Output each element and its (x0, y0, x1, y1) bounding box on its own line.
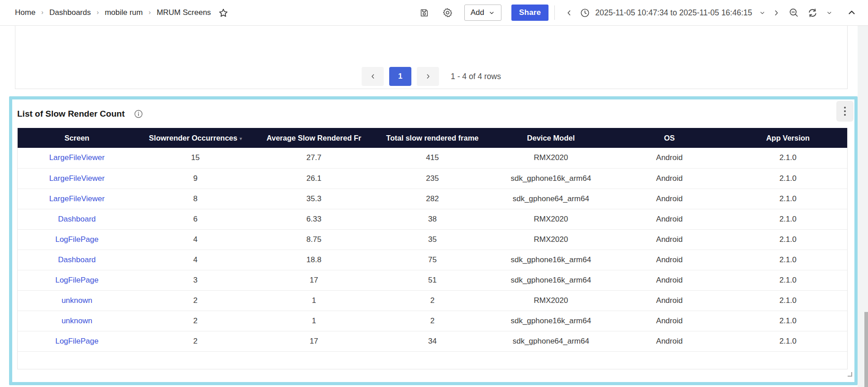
breadcrumb-item[interactable]: MRUM Screens (157, 8, 211, 17)
breadcrumb-separator: › (41, 9, 43, 16)
table-row: Dashboard418.875sdk_gphone16k_arm64Andro… (18, 250, 847, 270)
panel-info-button[interactable] (133, 108, 144, 120)
column-header[interactable]: OS (610, 128, 729, 148)
screen-link[interactable]: unknown (62, 316, 92, 325)
refresh-icon (807, 7, 818, 19)
breadcrumb-item[interactable]: Home (15, 8, 35, 17)
table-cell: 2.1.0 (729, 331, 847, 351)
pagination-next-button[interactable] (417, 67, 439, 86)
table-cell: 9 (136, 168, 255, 189)
screen-cell: LargeFileViewer (18, 148, 136, 168)
table-cell: 2 (136, 311, 255, 331)
screen-cell: unknown (18, 290, 136, 311)
table-cell: 2 (373, 311, 492, 331)
refresh-button[interactable] (806, 6, 820, 20)
screen-cell: LogFilePage (18, 270, 136, 290)
table-cell: 17 (255, 270, 373, 290)
table-row: LargeFileViewer926.1235sdk_gphone16k_arm… (18, 168, 847, 189)
table-cell: 18.8 (255, 250, 373, 270)
table-cell: Android (610, 189, 729, 209)
screen-link[interactable]: LogFilePage (55, 337, 98, 345)
chevron-left-icon (369, 73, 377, 80)
collapse-toolbar-button[interactable] (845, 6, 858, 19)
panel-header: List of Slow Render Count (12, 99, 854, 128)
table-cell: 2.1.0 (729, 148, 847, 168)
time-forward-button[interactable] (771, 7, 782, 19)
favorite-star-button[interactable] (217, 7, 229, 19)
add-button-label: Add (471, 8, 484, 17)
table-body: LargeFileViewer1527.7415RMX2020Android2.… (18, 148, 847, 351)
table-cell: 1 (255, 311, 373, 331)
slow-render-table-container: ScreenSlowrender Occurrences▾Average Slo… (17, 128, 848, 369)
table-cell: 6.33 (255, 209, 373, 229)
breadcrumb-item[interactable]: Dashboards (49, 8, 91, 17)
screen-link[interactable]: unknown (62, 296, 92, 305)
toolbar-actions: Add Share (418, 5, 549, 21)
slow-render-panel[interactable]: List of Slow Render Count ScreenSlowrend… (9, 96, 858, 385)
table-cell: 51 (373, 270, 492, 290)
column-header[interactable]: Slowrender Occurrences▾ (136, 128, 255, 148)
table-row: LogFilePage21734sdk_gphone64_arm64Androi… (18, 331, 847, 351)
pagination-page-button[interactable]: 1 (389, 67, 411, 86)
info-icon (134, 109, 143, 119)
breadcrumb-item[interactable]: mobile rum (105, 8, 143, 17)
screen-link[interactable]: LogFilePage (55, 235, 98, 244)
chevron-down-icon (488, 9, 495, 16)
add-button[interactable]: Add (464, 5, 501, 21)
collapse-up-icon (847, 8, 857, 18)
screen-link[interactable]: LogFilePage (55, 276, 98, 284)
screen-link[interactable]: LargeFileViewer (49, 174, 105, 183)
screen-cell: LargeFileViewer (18, 189, 136, 209)
time-range-picker[interactable]: 2025-11-05 10:47:34 to 2025-11-05 16:46:… (580, 7, 766, 19)
table-cell: Android (610, 229, 729, 250)
screen-cell: Dashboard (18, 209, 136, 229)
table-cell: 2.1.0 (729, 209, 847, 229)
table-cell: Android (610, 148, 729, 168)
screen-link[interactable]: Dashboard (58, 255, 95, 264)
screen-cell: unknown (18, 311, 136, 331)
settings-button[interactable] (441, 6, 454, 19)
screen-link[interactable]: Dashboard (58, 215, 95, 223)
column-header[interactable]: Average Slow Rendered Fr (255, 128, 373, 148)
slow-render-table: ScreenSlowrender Occurrences▾Average Slo… (18, 128, 847, 352)
gear-icon (442, 7, 453, 18)
table-cell: Android (610, 331, 729, 351)
table-cell: 2.1.0 (729, 250, 847, 270)
table-cell: Android (610, 168, 729, 189)
time-range-label: 2025-11-05 10:47:34 to 2025-11-05 16:46:… (595, 8, 752, 18)
table-cell: RMX2020 (491, 229, 610, 250)
column-header[interactable]: Screen (18, 128, 136, 148)
pagination: 1 1 - 4 of 4 rows (362, 67, 501, 86)
save-button[interactable] (418, 6, 431, 19)
column-header[interactable]: Device Model (491, 128, 610, 148)
chevron-right-icon (772, 9, 781, 17)
panel-resize-handle[interactable] (848, 372, 852, 377)
screen-link[interactable]: LargeFileViewer (49, 153, 105, 162)
column-header[interactable]: Total slow rendered frame (373, 128, 492, 148)
page-scrollbar-track[interactable] (858, 26, 868, 387)
table-cell: 2.1.0 (729, 229, 847, 250)
panel-menu-button[interactable] (836, 101, 854, 122)
time-controls: 2025-11-05 10:47:34 to 2025-11-05 16:46:… (554, 5, 858, 20)
table-cell: Android (610, 311, 729, 331)
zoom-out-button[interactable] (787, 6, 801, 19)
pagination-summary: 1 - 4 of 4 rows (451, 72, 501, 81)
screen-cell: LogFilePage (18, 331, 136, 351)
pagination-prev-button[interactable] (362, 67, 384, 86)
table-cell: RMX2020 (491, 290, 610, 311)
table-row: LargeFileViewer1527.7415RMX2020Android2.… (18, 148, 847, 168)
breadcrumb: Home›Dashboards›mobile rum›MRUM Screens (15, 8, 211, 17)
table-cell: Android (610, 209, 729, 229)
table-cell: 38 (373, 209, 492, 229)
screen-cell: Dashboard (18, 250, 136, 270)
table-cell: 2 (136, 290, 255, 311)
time-back-button[interactable] (563, 7, 575, 19)
refresh-options-button[interactable] (825, 8, 834, 18)
screen-link[interactable]: LargeFileViewer (49, 194, 105, 203)
page-scrollbar-thumb[interactable] (864, 312, 868, 387)
column-header[interactable]: App Version (729, 128, 847, 148)
table-cell: sdk_gphone16k_arm64 (491, 311, 610, 331)
table-row: LogFilePage48.7535RMX2020Android2.1.0 (18, 229, 847, 250)
share-button[interactable]: Share (511, 5, 548, 21)
table-cell: RMX2020 (491, 148, 610, 168)
